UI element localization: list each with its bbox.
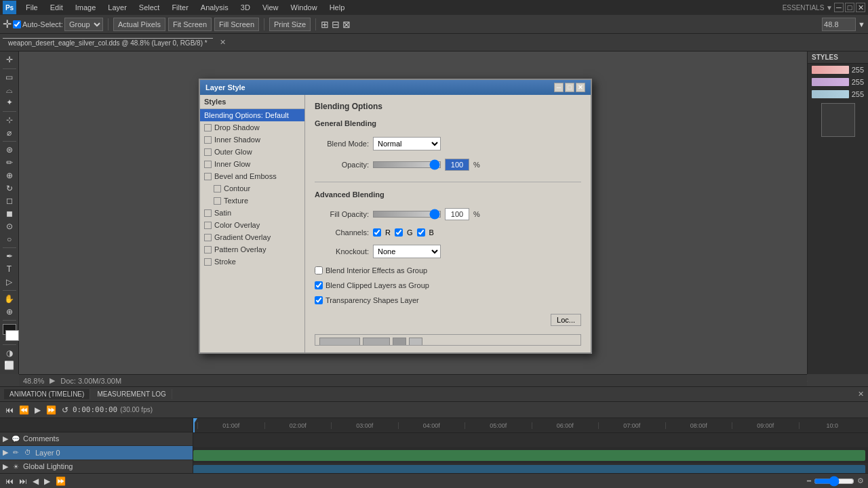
style-checkbox-texture[interactable] — [214, 197, 221, 205]
menu-3d[interactable]: 3D — [235, 2, 256, 13]
menu-view[interactable]: View — [257, 2, 284, 13]
expand-comments-btn[interactable]: ▶ — [3, 434, 8, 443]
fill-opacity-input[interactable] — [445, 208, 469, 220]
style-item-gradient-overlay[interactable]: Gradient Overlay — [200, 231, 304, 243]
fit-screen-btn[interactable]: Fit Screen — [168, 18, 212, 31]
style-checkbox-bevel-emboss[interactable] — [204, 173, 212, 180]
dialog-minimize-btn[interactable]: ─ — [554, 83, 564, 92]
play-btn[interactable]: ▶ — [33, 405, 42, 415]
style-item-texture[interactable]: Texture — [200, 195, 304, 207]
style-item-satin[interactable]: Satin — [200, 207, 304, 219]
style-checkbox-drop-shadow[interactable] — [204, 124, 212, 131]
knockout-select[interactable]: None — [373, 245, 441, 258]
dialog-close-btn[interactable]: ✕ — [576, 83, 585, 92]
style-item-drop-shadow[interactable]: Drop Shadow — [200, 121, 304, 134]
style-item-bevel-emboss[interactable]: Bevel and Emboss — [200, 170, 304, 182]
shape-tool[interactable]: ▷ — [2, 276, 17, 287]
history-brush-tool[interactable]: ↻ — [2, 182, 17, 194]
expand-layer0-btn[interactable]: ▶ — [3, 448, 8, 457]
dodge-tool[interactable]: ○ — [2, 233, 17, 245]
layer-row-global-lighting[interactable]: ▶ ☀ Global Lighting — [0, 460, 193, 474]
menu-image[interactable]: Image — [70, 2, 102, 13]
blend-clipped-checkbox[interactable] — [315, 281, 323, 289]
auto-select-dropdown[interactable]: Group — [64, 18, 103, 31]
style-item-outer-glow[interactable]: Outer Glow — [200, 146, 304, 158]
menu-analysis[interactable]: Analysis — [195, 2, 234, 13]
opacity-slider[interactable] — [373, 161, 441, 168]
loc-button[interactable]: Loc... — [551, 314, 581, 326]
lasso-tool[interactable]: ⌓ — [2, 84, 17, 96]
path-tool[interactable]: ✒ — [2, 251, 17, 262]
menu-help[interactable]: Help — [324, 2, 351, 13]
magic-wand-tool[interactable]: ✦ — [2, 97, 17, 108]
timeline-zoom-slider[interactable] — [814, 476, 854, 487]
actual-pixels-btn[interactable]: Actual Pixels — [113, 18, 165, 31]
tl-settings-icon[interactable]: ⚙ — [857, 476, 864, 485]
channel-r-checkbox[interactable] — [373, 228, 381, 237]
canvas-tab[interactable]: weapon_desert_eagle_silver_col.dds @ 48.… — [3, 38, 213, 47]
style-checkbox-inner-glow[interactable] — [204, 161, 212, 168]
dialog-restore-btn[interactable]: □ — [565, 83, 574, 92]
menu-window[interactable]: Window — [285, 2, 323, 13]
menu-file[interactable]: File — [20, 2, 43, 13]
quick-mask-tool[interactable]: ◑ — [2, 347, 17, 359]
style-item-inner-glow[interactable]: Inner Glow — [200, 158, 304, 170]
style-checkbox-pattern-overlay[interactable] — [204, 246, 212, 253]
layer-row-layer0[interactable]: ▶ ✏ ⏱ Layer 0 — [0, 446, 193, 460]
style-checkbox-contour[interactable] — [214, 185, 221, 192]
style-checkbox-gradient-overlay[interactable] — [204, 234, 212, 241]
style-item-blending[interactable]: Blending Options: Default — [200, 109, 304, 121]
color-swatch[interactable] — [821, 103, 855, 137]
move-tool[interactable]: ✛ — [2, 54, 17, 66]
style-swatch-1[interactable]: 255 — [808, 64, 868, 76]
style-swatch-2[interactable]: 255 — [808, 76, 868, 88]
text-tool[interactable]: T — [2, 264, 17, 275]
zoom-input[interactable] — [822, 18, 856, 31]
blur-tool[interactable]: ⊙ — [2, 220, 17, 232]
blend-mode-select[interactable]: Normal — [373, 137, 441, 150]
eyedropper-tool[interactable]: ⌀ — [2, 127, 17, 138]
minimize-btn[interactable]: ─ — [834, 3, 844, 12]
step-back-btn[interactable]: ⏪ — [18, 405, 31, 415]
crop-tool[interactable]: ⊹ — [2, 115, 17, 126]
menu-edit[interactable]: Edit — [45, 2, 68, 13]
timeline-tab-measurement[interactable]: MEASUREMENT LOG — [92, 389, 172, 399]
channel-b-checkbox[interactable] — [417, 228, 425, 237]
zoom-tool[interactable]: ⊕ — [2, 306, 17, 318]
style-item-pattern-overlay[interactable]: Pattern Overlay — [200, 243, 304, 256]
channel-g-checkbox[interactable] — [395, 228, 403, 237]
style-item-stroke[interactable]: Stroke — [200, 256, 304, 268]
fill-screen-btn[interactable]: Fill Screen — [214, 18, 259, 31]
gradient-tool[interactable]: ◼ — [2, 208, 17, 220]
screen-mode-btn[interactable]: ⬜ — [2, 360, 17, 371]
style-checkbox-satin[interactable] — [204, 209, 212, 217]
layer-row-comments[interactable]: ▶ 💬 Comments — [0, 432, 193, 447]
transparency-shapes-checkbox[interactable] — [315, 296, 323, 304]
fill-opacity-slider[interactable] — [373, 211, 441, 218]
timeline-close-btn[interactable]: ✕ — [858, 390, 864, 399]
expand-lighting-btn[interactable]: ▶ — [3, 462, 8, 471]
style-checkbox-outer-glow[interactable] — [204, 148, 212, 156]
tl-foot-btn3[interactable]: ◀ — [31, 476, 40, 486]
tl-foot-btn4[interactable]: ▶ — [43, 476, 52, 486]
loop-btn[interactable]: ↺ — [60, 405, 70, 415]
auto-select-checkbox[interactable] — [13, 20, 21, 28]
go-to-start-btn[interactable]: ⏮ — [4, 405, 15, 415]
print-size-btn[interactable]: Print Size — [269, 18, 311, 31]
style-checkbox-inner-shadow[interactable] — [204, 136, 212, 144]
style-checkbox-color-overlay[interactable] — [204, 222, 212, 229]
style-item-color-overlay[interactable]: Color Overlay — [200, 219, 304, 231]
zoom-fly-btn[interactable]: ▶ — [50, 376, 55, 385]
clone-tool[interactable]: ⊕ — [2, 169, 17, 181]
close-btn[interactable]: ✕ — [856, 3, 865, 12]
style-checkbox-stroke[interactable] — [204, 258, 212, 266]
marquee-tool[interactable]: ▭ — [2, 72, 17, 83]
style-swatch-3[interactable]: 255 — [808, 88, 868, 100]
tl-foot-btn5[interactable]: ⏩ — [54, 476, 67, 486]
menu-layer[interactable]: Layer — [102, 2, 132, 13]
hand-tool[interactable]: ✋ — [2, 293, 17, 305]
step-forward-btn[interactable]: ⏩ — [45, 405, 58, 415]
tl-foot-btn1[interactable]: ⏮ — [4, 476, 15, 486]
restore-btn[interactable]: □ — [845, 3, 854, 12]
brush-tool[interactable]: ✏ — [2, 157, 17, 169]
